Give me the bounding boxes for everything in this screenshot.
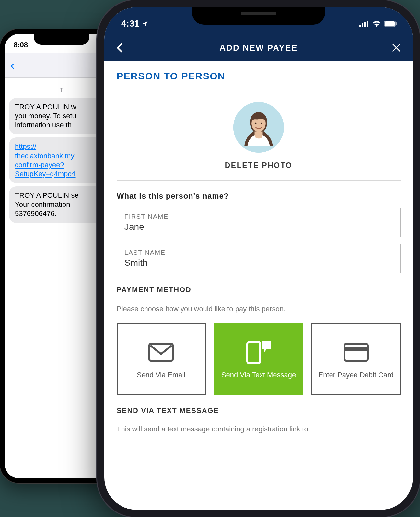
svg-rect-13 (344, 344, 368, 361)
last-name-input[interactable] (124, 258, 393, 268)
svg-rect-1 (362, 23, 363, 27)
method-debit[interactable]: Enter Payee Debit Card (311, 323, 401, 395)
send-via-text-title: SEND VIA TEXT MESSAGE (117, 406, 401, 419)
front-phone-screen: 4:31 ADD NEW PAYEE PERSON TO PERSON (104, 7, 413, 510)
signal-icon (359, 20, 369, 27)
send-via-text-desc: This will send a text message containing… (117, 424, 401, 434)
name-section: What is this person's name? FIRST NAME L… (117, 181, 401, 273)
svg-point-9 (255, 123, 257, 124)
method-text-label: Send Via Text Message (221, 370, 296, 380)
back-button[interactable] (117, 43, 130, 53)
message-bubble-link[interactable]: https:// theclaxtonbank.my confirm-payee… (9, 137, 106, 183)
front-phone-notch (192, 7, 325, 25)
message-bubble-1: TROY A POULIN w you money. To setu infor… (9, 98, 106, 134)
app-header: ADD NEW PAYEE (104, 34, 413, 61)
method-email[interactable]: Send Via Email (117, 323, 206, 395)
back-phone-notch (34, 34, 89, 45)
message-link[interactable]: https:// theclaxtonbank.my confirm-payee… (15, 142, 76, 178)
svg-rect-0 (359, 25, 361, 27)
delete-photo-button[interactable]: DELETE PHOTO (117, 161, 401, 170)
svg-rect-14 (344, 347, 368, 351)
last-name-label: LAST NAME (124, 249, 393, 256)
envelope-icon (148, 343, 174, 362)
first-name-label: FIRST NAME (124, 213, 393, 220)
payment-method-heading: PAYMENT METHOD (117, 286, 401, 299)
app-content: PERSON TO PERSON DELETE PHO (104, 61, 413, 434)
battery-icon (384, 21, 397, 27)
svg-point-10 (261, 123, 263, 124)
first-name-field[interactable]: FIRST NAME (117, 208, 401, 237)
photo-section: DELETE PHOTO (117, 88, 401, 181)
svg-rect-12 (247, 342, 260, 363)
first-name-input[interactable] (124, 222, 393, 232)
payment-methods-row: Send Via Email Send Via Text Message Ent… (117, 323, 401, 395)
avatar[interactable] (233, 102, 284, 153)
close-button[interactable] (388, 43, 401, 52)
card-icon (344, 343, 369, 362)
foreground-phone: 4:31 ADD NEW PAYEE PERSON TO PERSON (97, 0, 420, 517)
back-status-time: 8:08 (14, 41, 28, 49)
svg-rect-6 (396, 22, 397, 25)
payment-method-section: PAYMENT METHOD Please choose how you wou… (117, 280, 401, 434)
name-question: What is this person's name? (117, 192, 401, 201)
header-title: ADD NEW PAYEE (219, 43, 298, 53)
svg-rect-2 (364, 22, 366, 27)
wifi-icon (372, 20, 381, 27)
method-debit-label: Enter Payee Debit Card (319, 370, 394, 380)
back-chevron-icon[interactable]: ‹ (10, 58, 15, 73)
svg-rect-5 (385, 21, 395, 26)
front-status-time: 4:31 (121, 18, 139, 29)
last-name-field[interactable]: LAST NAME (117, 244, 401, 273)
location-icon (142, 20, 148, 27)
method-email-label: Send Via Email (137, 370, 185, 380)
method-text[interactable]: Send Via Text Message (214, 323, 303, 395)
payment-method-desc: Please choose how you would like to pay … (117, 305, 401, 313)
section-title: PERSON TO PERSON (117, 71, 401, 88)
phone-text-icon (245, 340, 273, 365)
svg-rect-3 (367, 21, 368, 27)
message-bubble-3: TROY A POULIN se Your confirmation 53769… (9, 186, 106, 223)
